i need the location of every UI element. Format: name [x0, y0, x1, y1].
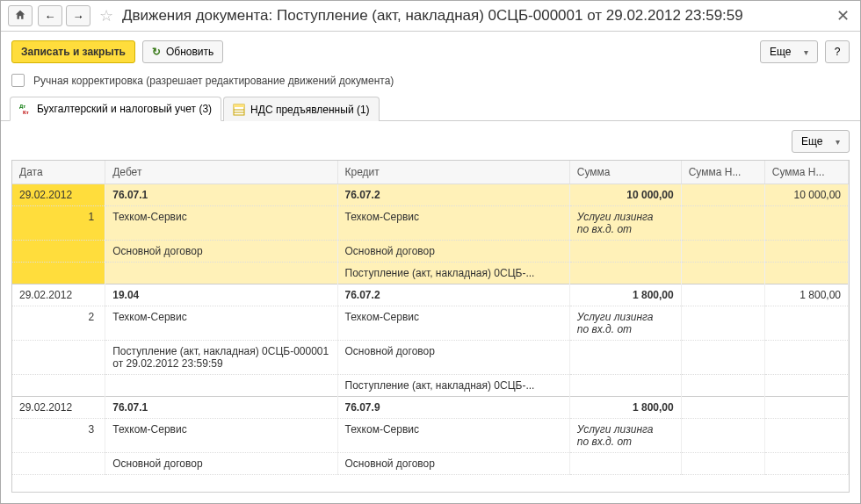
manual-edit-row: Ручная корректировка (разрешает редактир… [1, 70, 860, 96]
table-row[interactable]: 2Техком-СервисТехком-СервисУслуги лизинг… [12, 306, 849, 341]
col-date[interactable]: Дата [12, 161, 105, 184]
back-button[interactable]: ← [38, 5, 62, 26]
refresh-icon [152, 46, 161, 58]
cell-rownum: 1 [12, 206, 105, 241]
col-sum-nu2[interactable]: Сумма Н... [764, 161, 848, 184]
svg-rect-3 [234, 104, 244, 107]
cell-sum: 1 800,00 [569, 284, 681, 306]
cell-empty [681, 375, 764, 397]
svg-text:Дт: Дт [19, 104, 25, 109]
arrow-left-icon: ← [45, 10, 56, 23]
cell-debit-line [105, 375, 337, 397]
grid-more-button[interactable]: Еще [792, 130, 850, 153]
table-row[interactable]: 29.02.201276.07.176.07.210 000,0010 000,… [12, 184, 849, 206]
cell-empty [569, 263, 681, 284]
grid-toolbar: Еще [11, 130, 850, 153]
cell-empty [764, 453, 848, 475]
tabs: ДтКт Бухгалтерский и налоговый учет (3) … [1, 96, 860, 121]
cell-debit-line [105, 263, 337, 284]
window-title: Движения документа: Поступление (акт, на… [122, 7, 828, 25]
cell-empty [764, 375, 848, 397]
cell-empty [12, 263, 105, 284]
refresh-label: Обновить [166, 46, 213, 58]
cell-credit-line: Техком-Сервис [337, 306, 569, 341]
more-button[interactable]: Еще [760, 40, 818, 63]
cell-credit-line: Поступление (акт, накладная) 0СЦБ-... [337, 375, 569, 397]
col-sum-nu1[interactable]: Сумма Н... [681, 161, 764, 184]
cell-empty [12, 341, 105, 375]
cell-credit-acc: 76.07.9 [337, 397, 569, 419]
cell-empty [569, 341, 681, 375]
tab-vat[interactable]: НДС предъявленный (1) [223, 97, 379, 121]
col-credit[interactable]: Кредит [337, 161, 569, 184]
tab-vat-label: НДС предъявленный (1) [250, 104, 369, 116]
cell-credit-line: Поступление (акт, накладная) 0СЦБ-... [337, 263, 569, 284]
table-row[interactable]: 1Техком-СервисТехком-СервисУслуги лизинг… [12, 206, 849, 241]
table-row[interactable]: 29.02.201219.0476.07.21 800,001 800,00 [12, 284, 849, 306]
cell-empty [569, 375, 681, 397]
cell-empty [681, 419, 764, 453]
cell-rownum: 3 [12, 419, 105, 453]
forward-button[interactable]: → [66, 5, 90, 26]
cell-empty [681, 341, 764, 375]
cell-date: 29.02.2012 [12, 184, 105, 206]
cell-debit-acc: 76.07.1 [105, 397, 337, 419]
cell-date: 29.02.2012 [12, 397, 105, 419]
star-icon[interactable]: ☆ [96, 6, 117, 25]
col-sum[interactable]: Сумма [569, 161, 681, 184]
cell-note: Услуги лизингапо вх.д. от [569, 306, 681, 341]
table-row[interactable]: Основной договорОсновной договор [12, 241, 849, 263]
cell-empty [12, 375, 105, 397]
tab-accounting[interactable]: ДтКт Бухгалтерский и налоговый учет (3) [10, 97, 221, 121]
arrow-right-icon: → [73, 10, 84, 23]
cell-sum: 10 000,00 [569, 184, 681, 206]
cell-debit-line: Основной договор [105, 241, 337, 263]
cell-note: Услуги лизингапо вх.д. от [569, 419, 681, 453]
col-debit[interactable]: Дебет [105, 161, 337, 184]
cell-debit-acc: 19.04 [105, 284, 337, 306]
cell-empty [764, 263, 848, 284]
refresh-button[interactable]: Обновить [142, 40, 223, 63]
titlebar: ← → ☆ Движения документа: Поступление (а… [1, 1, 860, 32]
cell-sum-nu1 [681, 184, 764, 206]
cell-empty [764, 306, 848, 341]
close-icon[interactable]: ✕ [833, 4, 853, 27]
cell-empty [569, 241, 681, 263]
cell-credit-line: Техком-Сервис [337, 206, 569, 241]
cell-empty [12, 241, 105, 263]
grid-more-label: Еще [801, 135, 822, 148]
help-button[interactable]: ? [825, 40, 850, 63]
cell-empty [764, 341, 848, 375]
cell-credit-acc: 76.07.2 [337, 184, 569, 206]
home-icon [14, 9, 26, 24]
table-row[interactable]: 29.02.201276.07.176.07.91 800,00 [12, 397, 849, 419]
cell-empty [681, 241, 764, 263]
table-row[interactable]: 3Техком-СервисТехком-СервисУслуги лизинг… [12, 419, 849, 453]
cell-sum-nu2: 10 000,00 [764, 184, 848, 206]
cell-empty [681, 306, 764, 341]
cell-empty [681, 453, 764, 475]
cell-rownum: 2 [12, 306, 105, 341]
manual-edit-checkbox[interactable] [11, 74, 25, 87]
grid[interactable]: Дата Дебет Кредит Сумма Сумма Н... Сумма… [11, 160, 850, 493]
cell-credit-line: Основной договор [337, 241, 569, 263]
cell-credit-line: Основной договор [337, 453, 569, 475]
table-row[interactable]: Основной договорОсновной договор [12, 453, 849, 475]
table-row[interactable]: Поступление (акт, накладная) 0СЦБ-000001… [12, 341, 849, 375]
cell-debit-line: Основной договор [105, 453, 337, 475]
table-row[interactable]: Поступление (акт, накладная) 0СЦБ-... [12, 263, 849, 284]
chevron-down-icon [832, 135, 840, 148]
cell-empty [764, 206, 848, 241]
table-row[interactable]: Поступление (акт, накладная) 0СЦБ-... [12, 375, 849, 397]
tab-accounting-label: Бухгалтерский и налоговый учет (3) [37, 103, 212, 115]
cell-sum-nu2: 1 800,00 [764, 284, 848, 306]
cell-empty [764, 241, 848, 263]
more-label: Еще [770, 46, 791, 58]
cell-empty [681, 263, 764, 284]
save-close-button[interactable]: Записать и закрыть [11, 40, 135, 63]
cell-empty [569, 453, 681, 475]
chevron-down-icon [800, 46, 808, 58]
cell-sum: 1 800,00 [569, 397, 681, 419]
dtkt-icon: ДтКт [19, 103, 32, 115]
home-button[interactable] [8, 5, 33, 26]
